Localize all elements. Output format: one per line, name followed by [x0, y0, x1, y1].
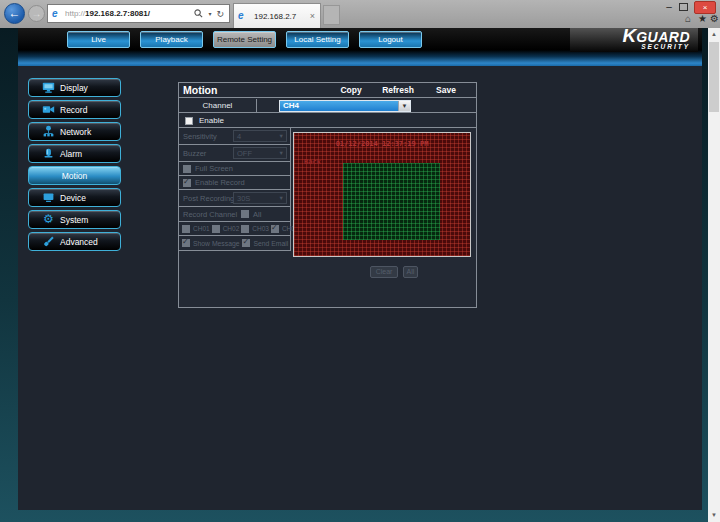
- nav-tab-remote-setting[interactable]: Remote Setting: [213, 31, 276, 48]
- motion-grid-preview[interactable]: 01/12/2014 12:37:19 PM Back: [293, 132, 471, 257]
- favorites-star-icon[interactable]: ★: [698, 13, 707, 24]
- new-tab-button[interactable]: [323, 5, 340, 25]
- kguard-logo: KGUARD SECURITY: [570, 28, 698, 52]
- clear-button[interactable]: Clear: [370, 266, 398, 278]
- ch02-label: CH02: [222, 225, 240, 232]
- full-screen-row: Full Screen: [179, 162, 290, 176]
- page-favicon-icon: e: [52, 9, 62, 19]
- enable-checkbox[interactable]: [185, 117, 193, 125]
- ch04-checkbox: [271, 225, 279, 233]
- preview-camera-label: Back: [304, 158, 321, 166]
- scroll-up-icon[interactable]: ▲: [708, 28, 720, 41]
- preview-timestamp: 01/12/2014 12:37:19 PM: [294, 140, 470, 148]
- buzzer-row: Buzzer OFF▼: [179, 145, 290, 162]
- sensitivity-select: 4▼: [233, 130, 287, 142]
- all-button[interactable]: All: [403, 266, 418, 278]
- sidebar-item-label: Network: [60, 127, 91, 137]
- settings-column: Sensitivity 4▼ Buzzer OFF▼ Full Screen E…: [179, 128, 291, 251]
- motion-selected-region[interactable]: [343, 163, 440, 240]
- channel-label: Channel: [179, 101, 256, 110]
- panel-title: Motion: [183, 84, 217, 96]
- browser-chrome: ← → e http://192.168.2.7:8081/ ▾ ↻ e 192…: [0, 0, 720, 28]
- refresh-button[interactable]: Refresh: [376, 85, 420, 95]
- main-nav: Live Playback Remote Setting Local Setti…: [67, 31, 422, 48]
- sidebar-item-display[interactable]: Display: [28, 78, 121, 97]
- enable-record-label: Enable Record: [195, 178, 245, 187]
- all-channels-label: All: [253, 210, 261, 219]
- browser-tab[interactable]: e 192.168.2.7 ×: [233, 3, 321, 28]
- record-icon: [42, 103, 55, 116]
- back-button[interactable]: ←: [4, 3, 25, 24]
- sidebar-item-motion[interactable]: Motion: [28, 166, 121, 185]
- logo-tagline: SECURITY: [641, 43, 690, 50]
- sidebar-item-advanced[interactable]: Advanced: [28, 232, 121, 251]
- channel-checkbox-row: CH01 CH02 CH03 CH04: [179, 222, 290, 236]
- sidebar-item-label: System: [60, 215, 88, 225]
- settings-sidebar: Display Record Network Alarm Motion: [28, 78, 121, 254]
- sidebar-item-system[interactable]: ⚙ System: [28, 210, 121, 229]
- home-icon[interactable]: ⌂: [685, 13, 691, 24]
- send-email-label: Send Email: [253, 240, 288, 247]
- panel-header: Motion Copy Refresh Save: [179, 83, 476, 98]
- search-icon[interactable]: [194, 9, 203, 18]
- screwdriver-icon: [42, 235, 55, 248]
- all-channels-checkbox: [241, 210, 249, 218]
- ch01-label: CH01: [192, 225, 210, 232]
- enable-label: Enable: [199, 116, 224, 125]
- tab-favicon-icon: e: [238, 11, 248, 21]
- system-gear-icon: ⚙: [42, 213, 55, 226]
- sidebar-item-label: Motion: [62, 171, 88, 181]
- settings-gear-icon[interactable]: ⚙: [710, 13, 719, 24]
- page-scrollbar[interactable]: ▲ ▼: [708, 28, 720, 522]
- record-channel-label: Record Channel: [179, 210, 237, 219]
- motion-settings-panel: Motion Copy Refresh Save Channel CH4 ▼ E…: [178, 82, 477, 308]
- refresh-icon[interactable]: ↻: [216, 9, 224, 19]
- app-content: Live Playback Remote Setting Local Setti…: [18, 28, 702, 510]
- buzzer-select: OFF▼: [233, 147, 287, 159]
- sidebar-item-network[interactable]: Network: [28, 122, 121, 141]
- channel-select[interactable]: CH4 ▼: [279, 100, 411, 112]
- post-recording-select: 30S▼: [233, 192, 287, 204]
- forward-button[interactable]: →: [28, 5, 45, 22]
- logo-k: K: [622, 29, 636, 43]
- device-icon: [42, 191, 55, 204]
- chevron-down-icon[interactable]: ▼: [398, 101, 410, 111]
- channel-row-divider: [256, 99, 257, 113]
- sidebar-item-label: Display: [60, 83, 88, 93]
- window-minimize-button[interactable]: –: [662, 1, 676, 14]
- back-arrow-icon: ←: [9, 6, 21, 20]
- scroll-down-icon[interactable]: ▼: [708, 509, 720, 522]
- nav-tab-playback[interactable]: Playback: [140, 31, 203, 48]
- sidebar-item-label: Advanced: [60, 237, 98, 247]
- logo-guard: GUARD: [636, 30, 690, 44]
- nav-tab-logout[interactable]: Logout: [359, 31, 422, 48]
- page-background: Live Playback Remote Setting Local Setti…: [0, 28, 708, 522]
- post-recording-row: Post Recording 30S▼: [179, 190, 290, 207]
- ch03-checkbox: [241, 225, 249, 233]
- tab-close-icon[interactable]: ×: [309, 11, 316, 21]
- forward-arrow-icon: →: [32, 8, 42, 19]
- address-bar[interactable]: e http://192.168.2.7:8081/ ▾ ↻: [47, 4, 230, 23]
- sidebar-item-label: Alarm: [60, 149, 82, 159]
- save-button[interactable]: Save: [424, 85, 468, 95]
- sidebar-item-label: Record: [60, 105, 87, 115]
- display-icon: [42, 81, 55, 94]
- search-dropdown-icon[interactable]: ▾: [208, 10, 211, 17]
- network-icon: [42, 125, 55, 138]
- sidebar-item-alarm[interactable]: Alarm: [28, 144, 121, 163]
- post-recording-label: Post Recording: [179, 194, 234, 203]
- sensitivity-label: Sensitivity: [179, 132, 217, 141]
- copy-button[interactable]: Copy: [329, 85, 373, 95]
- enable-record-checkbox: [183, 179, 191, 187]
- sidebar-item-record[interactable]: Record: [28, 100, 121, 119]
- window-restore-button[interactable]: [679, 3, 688, 11]
- sensitivity-row: Sensitivity 4▼: [179, 128, 290, 145]
- screenshot-root: ← → e http://192.168.2.7:8081/ ▾ ↻ e 192…: [0, 0, 720, 522]
- full-screen-label: Full Screen: [195, 164, 233, 173]
- nav-tab-local-setting[interactable]: Local Setting: [286, 31, 349, 48]
- sidebar-item-device[interactable]: Device: [28, 188, 121, 207]
- show-message-label: Show Message: [193, 240, 239, 247]
- scrollbar-thumb[interactable]: [709, 42, 719, 112]
- enable-record-row: Enable Record: [179, 176, 290, 190]
- nav-tab-live[interactable]: Live: [67, 31, 130, 48]
